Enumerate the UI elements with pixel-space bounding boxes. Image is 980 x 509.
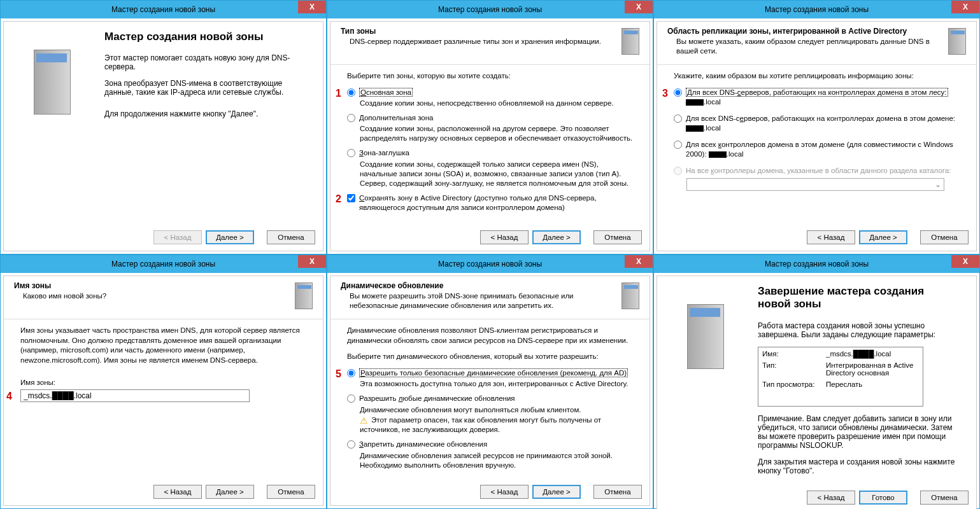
page-subtitle: Вы можете указать, каким образом следует… [667,37,934,56]
cancel-button[interactable]: Отмена [593,230,642,244]
wizard-window-welcome: Мастер создания новой зоны X Мастер созд… [0,0,327,254]
cancel-button[interactable]: Отмена [267,230,315,244]
back-button: < Назад [153,230,202,244]
wizard-window-completion: Мастер создания новой зоны X Завершение … [653,254,980,509]
checkbox-store-ad[interactable] [347,194,355,202]
completion-text-1: Работа мастера создания новой зоны успеш… [758,321,957,339]
annotation-badge-5: 5 [336,367,341,381]
page-heading: Завершение мастера создания новой зоны [758,285,957,311]
option-none-desc: Динамические обновления записей ресурсов… [360,451,636,470]
back-button[interactable]: < Назад [807,230,855,244]
radio-secure-only[interactable] [347,369,355,377]
next-button[interactable]: Далее > [206,230,254,244]
page-title: Динамическое обновление [341,281,607,290]
option-secure-only[interactable]: 5 Разрешить только безопасные динамическ… [347,368,636,379]
radio-forest[interactable] [674,88,682,97]
page-subtitle: Каково имя новой зоны? [14,291,281,301]
cancel-button[interactable]: Отмена [593,485,642,499]
close-button[interactable]: X [951,1,979,13]
redacted-domain [686,125,704,132]
server-icon [20,47,83,123]
redacted-domain [686,99,704,106]
wizard-graphic [4,22,99,225]
radio-primary-zone[interactable] [347,88,355,97]
finish-button[interactable]: Готово [859,491,907,505]
zone-name-label: Имя зоны: [20,378,309,388]
radio-any[interactable] [347,394,355,403]
radio-stub-zone[interactable] [347,149,355,157]
window-title: Мастер создания новой зоны [438,5,542,14]
page-title: Имя зоны [14,281,281,290]
summary-box[interactable]: Имя: _msdcs.████.local Тип: Интегрирован… [758,347,923,407]
titlebar[interactable]: Мастер создания новой зоны X [1,255,326,273]
radio-secondary-zone[interactable] [347,114,355,122]
option-any-warning: Этот параметр опасен, так как обновления… [360,415,636,435]
option-secondary-zone[interactable]: Дополнительная зона [347,113,636,123]
radio-domain[interactable] [674,115,682,123]
server-icon [673,302,737,378]
next-button[interactable]: Далее > [859,230,907,244]
back-button[interactable]: < Назад [153,485,202,499]
zone-name-input[interactable] [20,389,250,402]
annotation-badge-1: 1 [336,87,341,101]
option-secondary-desc: Создание копии зоны, расположенной на др… [360,124,636,143]
back-button[interactable]: < Назад [480,230,529,244]
option-domain-2000[interactable]: Для всех контроллеров домена в этом доме… [674,140,962,160]
window-title: Мастер создания новой зоны [438,260,542,268]
option-domain[interactable]: Для всех DNS-серверов, работающих на кон… [674,114,962,134]
option-stub-zone[interactable]: Зона-заглушка [347,148,636,158]
window-title: Мастер создания новой зоны [765,5,869,14]
close-button[interactable]: X [625,1,653,13]
warning-icon [360,416,369,425]
summary-lookup-value: Переслать [826,380,862,388]
close-button[interactable]: X [951,255,979,268]
close-button[interactable]: X [298,255,326,268]
wizard-window-zone-type: Мастер создания новой зоны X Тип зоны DN… [327,0,653,254]
next-button[interactable]: Далее > [206,485,254,499]
titlebar[interactable]: Мастер создания новой зоны X [654,255,979,273]
option-store-ad[interactable]: 2 Сохранять зону в Active Directory (дос… [347,193,636,213]
wizard-window-replication: Мастер создания новой зоны X Область реп… [653,0,980,254]
option-partition: На все контроллеры домена, указанные в о… [674,166,962,176]
summary-name-label: Имя: [762,350,826,358]
cancel-button[interactable]: Отмена [920,230,969,244]
page-title: Тип зоны [341,27,607,36]
close-button[interactable]: X [298,1,326,13]
option-none[interactable]: Запретить динамические обновления [347,440,636,450]
titlebar[interactable]: Мастер создания новой зоны X [327,1,653,18]
summary-type-value: Интегрированная в Active Directory основ… [826,361,919,377]
server-icon [613,27,639,59]
option-stub-desc: Создание копии зоны, содержащей только з… [360,160,636,188]
cancel-button[interactable]: Отмена [920,491,969,505]
titlebar[interactable]: Мастер создания новой зоны X [327,255,653,273]
option-primary-zone[interactable]: 1 ООсновная зонасновная зона [347,88,636,98]
summary-type-label: Тип: [762,361,826,377]
page-title: Область репликации зоны, интегрированной… [667,27,934,36]
close-button[interactable]: X [625,255,653,268]
option-any[interactable]: Разрешить любые динамические обновления [347,394,636,404]
page-heading: Мастер создания новой зоны [104,31,309,43]
instruction-text: Имя зоны указывает часть пространства им… [20,326,309,365]
option-forest[interactable]: 3 Для всех DNS-серверов, работающих на к… [674,88,962,108]
partition-combo [686,178,944,191]
page-subtitle: DNS-сервер поддерживает различные типы з… [341,37,607,46]
radio-domain-2000[interactable] [674,141,682,149]
info-text-1: Динамические обновления позволяют DNS-кл… [347,326,636,345]
back-button[interactable]: < Назад [480,485,529,499]
window-title: Мастер создания новой зоны [111,5,215,14]
annotation-badge-3: 3 [662,87,668,101]
back-button[interactable]: < Назад [807,491,855,505]
instruction-text: Укажите, каким образом вы хотите реплици… [674,71,962,81]
summary-name-value: _msdcs.████.local [826,350,891,358]
titlebar[interactable]: Мастер создания новой зоны X [1,1,326,18]
cancel-button[interactable]: Отмена [267,485,315,499]
radio-none[interactable] [347,440,355,449]
instruction-text: Выберите тип зоны, которую вы хотите соз… [347,71,636,81]
option-any-desc: Динамические обновления могут выполнятьс… [360,405,636,415]
titlebar[interactable]: Мастер создания новой зоны X [654,1,979,18]
next-button[interactable]: Далее > [532,485,581,499]
wizard-window-dynamic-update: Мастер создания новой зоны X Динамическо… [327,254,653,509]
annotation-badge-4: 4 [6,389,12,403]
window-title: Мастер создания новой зоны [765,260,869,268]
next-button[interactable]: Далее > [532,230,581,244]
